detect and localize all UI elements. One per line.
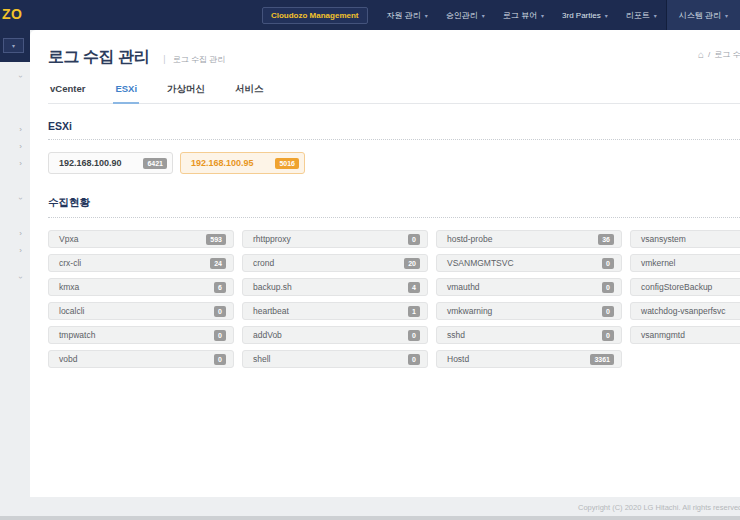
breadcrumb-slash: / (708, 50, 710, 59)
status-item-label: kmxa (59, 282, 79, 292)
status-item-label: vmauthd (447, 282, 480, 292)
footer-copyright: Copyright (C) 2020 LG Hitachi. All right… (578, 503, 740, 512)
nav-menu-item[interactable]: 로그 뷰어 ▾ (494, 0, 553, 30)
chevron-down-icon[interactable]: › (16, 194, 25, 203)
status-item[interactable]: crx-cli 24 (48, 254, 234, 272)
nav-menu-item-label: 로그 뷰어 (503, 10, 537, 21)
status-item[interactable]: backup.sh 4 (242, 278, 428, 296)
status-item[interactable]: tmpwatch 0 (48, 326, 234, 344)
status-count-badge: 24 (210, 258, 226, 269)
status-item[interactable]: vmauthd 0 (436, 278, 622, 296)
nav-menu-item[interactable]: 3rd Parties ▾ (553, 0, 617, 30)
chevron-right-icon[interactable]: › (16, 229, 25, 238)
esxi-host-list: 192.168.100.90 6421 192.168.100.95 5016 (48, 152, 740, 174)
esxi-host-button[interactable]: 192.168.100.95 5016 (180, 152, 305, 174)
caret-down-icon: ▾ (605, 12, 608, 19)
app-logo[interactable]: ZO (2, 6, 22, 22)
status-item[interactable]: vsansystem (630, 230, 740, 248)
status-count-badge: 1 (408, 306, 420, 317)
sidebar-collapse-header: ▾ (0, 30, 30, 62)
status-item[interactable]: configStoreBackup (630, 278, 740, 296)
horizontal-scrollbar[interactable] (0, 516, 740, 520)
esxi-host-button[interactable]: 192.168.100.90 6421 (48, 152, 173, 174)
caret-down-icon: ▾ (425, 12, 428, 19)
status-count-badge: 0 (602, 282, 614, 293)
chevron-right-icon[interactable]: › (16, 125, 25, 134)
status-item[interactable]: vsanmgmtd (630, 326, 740, 344)
status-item[interactable]: shell 0 (242, 350, 428, 368)
chevron-down-icon[interactable]: › (16, 72, 25, 81)
status-count-badge: 6 (214, 282, 226, 293)
status-item-label: sshd (447, 330, 465, 340)
chevron-down-icon[interactable]: › (16, 273, 25, 282)
status-item[interactable]: heartbeat 1 (242, 302, 428, 320)
chevron-right-icon[interactable]: › (16, 142, 25, 151)
brand-label[interactable]: Cloudozo Management (262, 7, 368, 24)
chevron-right-icon[interactable]: › (16, 159, 25, 168)
status-item-label: vobd (59, 354, 77, 364)
status-count-badge: 0 (214, 354, 226, 365)
status-item[interactable]: vmkernel (630, 254, 740, 272)
status-item-label: configStoreBackup (641, 282, 712, 292)
status-item-label: localcli (59, 306, 85, 316)
nav-menu-item[interactable]: 자원 관리 ▾ (378, 0, 437, 30)
status-item-label: Vpxa (59, 234, 78, 244)
page-subtitle: |로그 수집 관리 (163, 55, 225, 64)
status-item[interactable]: hostd-probe 36 (436, 230, 622, 248)
status-item-label: tmpwatch (59, 330, 95, 340)
home-icon[interactable]: ⌂ (698, 49, 704, 60)
status-item-label: hostd-probe (447, 234, 492, 244)
status-item-label: vmkwarning (447, 306, 492, 316)
top-navbar: ZO Cloudozo Management 자원 관리 ▾ 승인관리 ▾ 로그… (0, 0, 740, 30)
nav-menu-item[interactable]: 시스템 관리 ▾ (666, 0, 740, 30)
caret-down-icon: ▾ (482, 12, 485, 19)
host-count-badge: 6421 (143, 158, 167, 169)
nav-menu-item[interactable]: 승인관리 ▾ (437, 0, 494, 30)
status-item-label: watchdog-vsanperfsvc (641, 306, 726, 316)
status-count-badge: 36 (598, 234, 614, 245)
tab-esxi[interactable]: ESXi (113, 83, 139, 104)
esxi-section-title: ESXi (48, 120, 740, 140)
status-item-label: vsansystem (641, 234, 686, 244)
status-item[interactable]: watchdog-vsanperfsvc (630, 302, 740, 320)
status-count-badge: 0 (408, 330, 420, 341)
status-item[interactable]: VSANMGMTSVC 0 (436, 254, 622, 272)
breadcrumb: ⌂ / 로그 수집 관리 (698, 49, 740, 60)
status-item-label: VSANMGMTSVC (447, 258, 514, 268)
status-item-label: shell (253, 354, 270, 364)
status-item[interactable]: localcli 0 (48, 302, 234, 320)
nav-menu-item[interactable]: 리포트 ▾ (617, 0, 666, 30)
tab-서비스[interactable]: 서비스 (233, 83, 266, 103)
status-item[interactable]: crond 20 (242, 254, 428, 272)
status-item[interactable]: vobd 0 (48, 350, 234, 368)
chevron-right-icon[interactable]: › (16, 246, 25, 255)
status-item[interactable]: rhttpproxy 0 (242, 230, 428, 248)
breadcrumb-trail: 로그 수집 관리 (714, 49, 740, 60)
nav-menu-item-label: 시스템 관리 (679, 10, 721, 21)
subtitle-divider: | (163, 54, 165, 64)
status-item[interactable]: kmxa 6 (48, 278, 234, 296)
status-count-badge: 0 (602, 258, 614, 269)
status-item[interactable]: sshd 0 (436, 326, 622, 344)
status-count-badge: 593 (206, 234, 226, 245)
sidebar-collapse-toggle[interactable]: ▾ (3, 38, 24, 53)
subtitle-text: 로그 수집 관리 (173, 55, 225, 64)
status-item-label: rhttpproxy (253, 234, 291, 244)
status-item-label: crond (253, 258, 274, 268)
tab-bar: vCenter ESXi 가상머신 서비스 (48, 83, 740, 104)
status-item[interactable]: addVob 0 (242, 326, 428, 344)
status-count-badge: 0 (602, 306, 614, 317)
status-item-label: addVob (253, 330, 282, 340)
tab-vcenter[interactable]: vCenter (48, 83, 87, 103)
status-item[interactable]: vmkwarning 0 (436, 302, 622, 320)
nav-menu-item-label: 승인관리 (446, 10, 478, 21)
status-count-badge: 0 (408, 354, 420, 365)
status-item[interactable]: Vpxa 593 (48, 230, 234, 248)
status-item-label: crx-cli (59, 258, 81, 268)
status-count-badge: 0 (408, 234, 420, 245)
tab-가상머신[interactable]: 가상머신 (165, 83, 207, 103)
status-item[interactable]: Hostd 3361 (436, 350, 622, 368)
page-title: 로그 수집 관리 (48, 47, 149, 68)
status-item-label: vmkernel (641, 258, 675, 268)
nav-menu-item-label: 3rd Parties (562, 11, 601, 20)
